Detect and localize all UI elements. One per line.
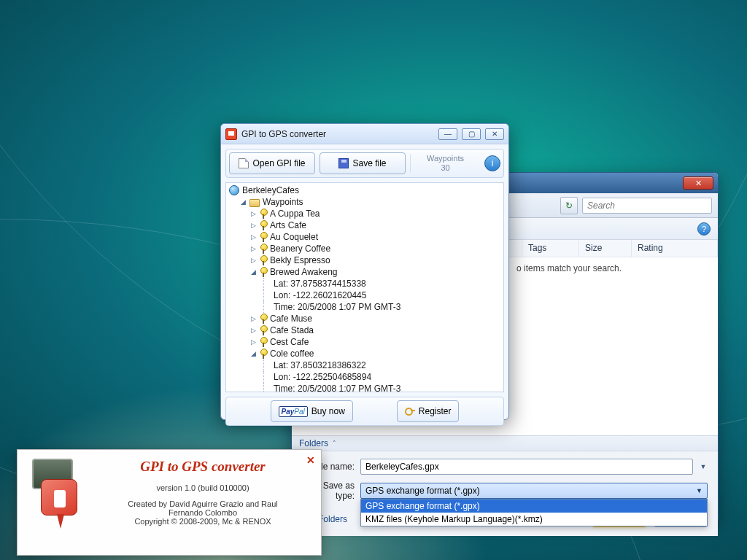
expand-icon[interactable]: ▷ — [249, 338, 257, 346]
pin-icon — [260, 232, 267, 242]
saveastype-option[interactable]: GPS exchange format (*.gpx) — [361, 499, 707, 513]
save-file-button[interactable]: Save file — [320, 152, 406, 174]
close-button[interactable]: ✕ — [683, 176, 713, 190]
about-title: GPI to GPS converter — [95, 459, 311, 475]
waypoints-counter: Waypoints 30 — [410, 154, 480, 172]
key-icon — [405, 406, 415, 416]
col-tags[interactable]: Tags — [522, 240, 579, 257]
col-rating[interactable]: Rating — [632, 240, 718, 257]
expand-icon[interactable]: ◢ — [249, 350, 257, 357]
paypal-icon: PayPal — [279, 406, 308, 417]
pin-icon — [260, 325, 267, 335]
tree-row[interactable]: ▷A Cuppa Tea — [229, 208, 500, 219]
pin-icon — [260, 255, 267, 265]
tree-row[interactable]: ▷Arts Cafe — [229, 219, 500, 231]
expand-icon[interactable]: ▷ — [249, 233, 257, 241]
expand-icon[interactable]: ▷ — [249, 315, 257, 322]
pin-icon — [260, 244, 267, 254]
tree-row[interactable]: ▷Cafe Stada — [229, 324, 500, 336]
chevron-down-icon: ▼ — [696, 487, 703, 494]
pin-icon — [260, 209, 267, 219]
maximize-button[interactable]: ▢ — [462, 128, 481, 140]
app-titlebar[interactable]: GPI to GPS converter — ▢ ✕ — [221, 124, 508, 144]
tree-row[interactable]: ▷Cest Cafe — [229, 336, 500, 348]
search-input[interactable] — [582, 198, 712, 214]
expand-icon[interactable]: ◢ — [249, 268, 257, 276]
saveastype-combo[interactable]: GPS exchange format (*.gpx) ▼ GPS exchan… — [360, 483, 708, 499]
refresh-button[interactable]: ↻ — [560, 197, 578, 214]
filename-input[interactable] — [360, 459, 693, 475]
tree-row[interactable]: ◢Waypoints — [229, 196, 500, 208]
globe-icon — [229, 185, 239, 195]
expand-icon[interactable]: ▷ — [249, 257, 257, 264]
col-size[interactable]: Size — [579, 240, 632, 257]
expand-icon[interactable]: ▷ — [249, 327, 257, 334]
pin-icon — [260, 337, 267, 347]
pin-icon — [260, 349, 267, 359]
buy-now-button[interactable]: PayPal Buy now — [271, 400, 353, 422]
tree-row[interactable]: ▷Beanery Coffee — [229, 243, 500, 254]
tree-row[interactable]: Time: 20/5/2008 1:07 PM GMT-3 — [229, 301, 500, 313]
folders-panel-toggle[interactable]: Folders ˄ — [292, 435, 718, 451]
register-button[interactable]: Register — [397, 400, 460, 422]
tree-row[interactable]: BerkeleyCafes — [229, 184, 500, 196]
tree-row[interactable]: Lat: 37.8503218386322 — [229, 359, 500, 371]
tree-row[interactable]: ▷Au Coquelet — [229, 231, 500, 243]
help-button[interactable]: ? — [697, 222, 711, 236]
folder-icon — [249, 199, 260, 207]
about-close-button[interactable]: ✕ — [306, 454, 315, 466]
tree-row[interactable]: Time: 20/5/2008 1:07 PM GMT-3 — [229, 383, 500, 392]
saveastype-option[interactable]: KMZ files (Keyhole Markup Language)(*.km… — [361, 513, 707, 526]
expand-icon[interactable]: ◢ — [239, 198, 247, 206]
app-icon — [225, 128, 237, 140]
tree-row[interactable]: ▷Cafe Muse — [229, 313, 500, 324]
filename-dropdown-icon[interactable]: ▼ — [699, 463, 708, 470]
tree-row[interactable]: Lon: -122.26021620445 — [229, 289, 500, 301]
tree-row[interactable]: Lon: -122.252504685894 — [229, 371, 500, 383]
pin-icon — [260, 267, 267, 277]
app-title: GPI to GPS converter — [241, 129, 434, 139]
tree-row[interactable]: ◢Brewed Awakeng — [229, 266, 500, 278]
converter-window: GPI to GPS converter — ▢ ✕ Open GPI file… — [220, 123, 509, 420]
file-open-icon — [239, 158, 249, 168]
app-toolbar: Open GPI file Save file Waypoints 30 i — [225, 149, 504, 178]
waypoint-tree[interactable]: BerkeleyCafes◢Waypoints▷A Cuppa Tea▷Arts… — [225, 182, 504, 392]
pin-icon — [260, 314, 267, 324]
info-button[interactable]: i — [484, 155, 500, 171]
chevron-up-icon: ˄ — [333, 440, 336, 447]
tree-row[interactable]: ◢Cole coffee — [229, 348, 500, 359]
tree-row[interactable]: Lat: 37.8758374415338 — [229, 278, 500, 289]
about-text: GPI to GPS converter version 1.0 (build … — [95, 459, 311, 548]
disk-icon — [338, 158, 349, 168]
expand-icon[interactable]: ▷ — [249, 222, 257, 229]
minimize-button[interactable]: — — [438, 128, 457, 140]
tree-row[interactable]: ▷Bekly Espresso — [229, 254, 500, 266]
app-bottombar: PayPal Buy now Register — [225, 397, 504, 426]
about-icon — [28, 459, 85, 548]
saveastype-dropdown: GPS exchange format (*.gpx) KMZ files (K… — [360, 499, 708, 526]
empty-hint: o items match your search. — [516, 263, 706, 273]
expand-icon[interactable]: ▷ — [249, 245, 257, 252]
about-dialog: ✕ GPI to GPS converter version 1.0 (buil… — [17, 449, 322, 556]
pin-icon — [260, 220, 267, 230]
open-gpi-button[interactable]: Open GPI file — [229, 152, 315, 174]
expand-icon[interactable]: ▷ — [249, 210, 257, 217]
close-button[interactable]: ✕ — [485, 128, 504, 140]
saveas-bottom: File name: ▼ Save as type: GPS exchange … — [292, 451, 718, 536]
